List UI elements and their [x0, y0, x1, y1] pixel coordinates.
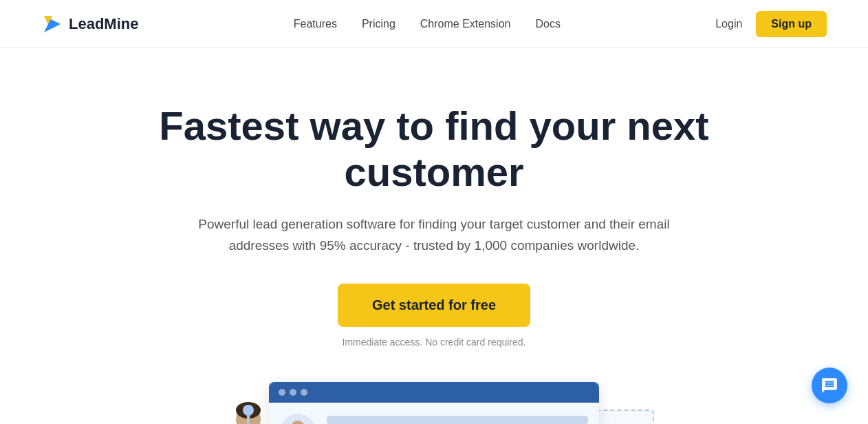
- logo-text: LeadMine: [69, 15, 138, 33]
- browser-lines: [327, 414, 588, 424]
- hero-subheading: Powerful lead generation software for fi…: [193, 214, 675, 256]
- logo[interactable]: LeadMine: [41, 13, 138, 35]
- logo-icon: [41, 13, 63, 35]
- browser-bar: [269, 382, 599, 403]
- chat-bubble-button[interactable]: [812, 368, 847, 403]
- profile-avatar: [280, 414, 316, 424]
- chat-icon: [821, 377, 838, 394]
- nav-docs[interactable]: Docs: [535, 18, 560, 30]
- person-illustration: [221, 375, 276, 424]
- hero-section: Fastest way to find your next customer P…: [0, 48, 868, 375]
- nav-right: Login Sign up: [715, 11, 827, 37]
- browser-dot-3: [301, 389, 307, 396]
- browser-dot-1: [279, 389, 285, 396]
- browser-dot-2: [290, 389, 296, 396]
- illustration-area: [0, 375, 868, 424]
- cta-button[interactable]: Get started for free: [338, 284, 530, 327]
- hero-heading: Fastest way to find your next customer: [159, 103, 709, 195]
- navbar: LeadMine Features Pricing Chrome Extensi…: [0, 0, 868, 48]
- content-line-1: [327, 416, 588, 424]
- cta-subtext: Immediate access. No credit card require…: [41, 337, 827, 348]
- nav-chrome-extension[interactable]: Chrome Extension: [420, 18, 511, 30]
- login-link[interactable]: Login: [715, 18, 742, 30]
- browser-window: [269, 382, 599, 424]
- browser-content: [269, 403, 599, 424]
- signup-button[interactable]: Sign up: [756, 11, 827, 37]
- svg-point-6: [243, 405, 254, 416]
- nav-pricing[interactable]: Pricing: [362, 18, 395, 30]
- nav-links: Features Pricing Chrome Extension Docs: [294, 18, 561, 30]
- nav-features[interactable]: Features: [294, 18, 337, 30]
